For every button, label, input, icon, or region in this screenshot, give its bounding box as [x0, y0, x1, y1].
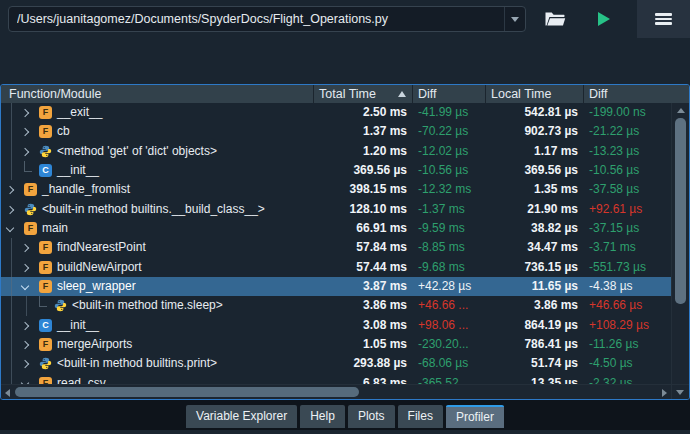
tree-guide-line	[26, 296, 27, 315]
tree-guide-line	[11, 354, 12, 373]
script-path-combobox[interactable]	[8, 6, 526, 32]
scroll-left-icon[interactable]	[5, 389, 10, 397]
chevron-right-icon[interactable]	[21, 341, 29, 349]
play-icon	[598, 12, 610, 26]
total-diff-cell: -70.22 µs	[413, 122, 486, 141]
horizontal-scrollbar[interactable]	[1, 385, 671, 400]
row-label: __exit__	[57, 103, 102, 122]
tab-plots[interactable]: Plots	[348, 405, 395, 428]
run-profiler-button[interactable]	[589, 4, 619, 34]
function-icon: F	[39, 261, 52, 274]
tree-row-__init__[interactable]: C__init__3.08 ms+98.06 ...864.19 µs+108.…	[1, 316, 671, 335]
tree-row-__init__[interactable]: C__init__369.56 µs-10.56 µs369.56 µs-10.…	[1, 161, 671, 180]
tree-row-cb[interactable]: Fcb1.37 ms-70.22 µs902.73 µs-21.22 µs	[1, 122, 671, 141]
total-time-cell: 57.44 ms	[314, 258, 413, 277]
scroll-right-icon[interactable]	[662, 389, 667, 397]
chevron-right-icon[interactable]	[6, 205, 14, 213]
function-icon: F	[39, 241, 52, 254]
scroll-down-icon[interactable]	[676, 390, 684, 395]
tree-row-builtinmethodtimesleep[interactable]: <built-in method time.sleep>3.86 ms+46.6…	[1, 296, 671, 315]
function-icon: F	[24, 183, 37, 196]
chevron-right-icon[interactable]	[21, 109, 29, 117]
local-diff-cell: +92.61 µs	[584, 200, 671, 219]
python-icon	[39, 145, 52, 158]
function-name-cell: F__exit__	[1, 103, 314, 122]
local-diff-cell: -2.32 µs	[584, 374, 671, 384]
tree-guide-line	[11, 296, 12, 315]
column-header-diff[interactable]: Diff	[413, 85, 486, 103]
tree-branch-connector	[39, 296, 47, 307]
chevron-right-icon[interactable]	[21, 264, 29, 272]
python-icon	[24, 203, 37, 216]
local-diff-cell: -199.00 ns	[584, 103, 671, 122]
total-time-cell: 2.50 ms	[314, 103, 413, 122]
column-header-diff[interactable]: Diff	[584, 85, 689, 103]
local-diff-cell: -3.71 ms	[584, 238, 671, 257]
tree-row-buildNewAirport[interactable]: FbuildNewAirport57.44 ms-9.68 ms736.15 µ…	[1, 258, 671, 277]
vertical-scrollbar-handle[interactable]	[675, 118, 686, 304]
function-icon: F	[39, 338, 52, 351]
column-header-function-module[interactable]: Function/Module	[1, 85, 314, 103]
total-time-cell: 57.84 ms	[314, 238, 413, 257]
open-file-button[interactable]	[540, 4, 570, 34]
local-time-cell: 542.81 µs	[486, 103, 584, 122]
total-time-cell: 3.86 ms	[314, 296, 413, 315]
tree-row-__exit__[interactable]: F__exit__2.50 ms-41.99 µs542.81 µs-199.0…	[1, 103, 671, 122]
total-diff-cell: -230.20...	[413, 335, 486, 354]
tab-files[interactable]: Files	[398, 405, 443, 428]
row-label: buildNewAirport	[57, 258, 142, 277]
local-diff-cell: +46.66 µs	[584, 296, 671, 315]
tree-row-main[interactable]: Fmain66.91 ms-9.59 ms38.82 µs-37.15 µs	[1, 219, 671, 238]
tree-row-read_csv[interactable]: Fread_csv6.83 ms-365.52...13.35 µs-2.32 …	[1, 374, 671, 384]
scroll-up-icon[interactable]	[677, 108, 685, 113]
script-path-input[interactable]	[9, 12, 504, 26]
function-name-cell: Fmain	[1, 219, 314, 238]
chevron-right-icon[interactable]	[21, 147, 29, 155]
function-name-cell: C__init__	[1, 316, 314, 335]
tree-row-builtinmethodbuiltinspri[interactable]: <built-in method builtins.print>293.88 µ…	[1, 354, 671, 373]
options-menu-button[interactable]	[649, 4, 679, 34]
total-time-cell: 3.08 ms	[314, 316, 413, 335]
chevron-down-icon[interactable]	[21, 282, 29, 290]
tree-row-builtinmethodbuiltins__b[interactable]: <built-in method builtins.__build_class_…	[1, 200, 671, 219]
chevron-down-icon[interactable]	[6, 224, 14, 232]
vertical-scrollbar[interactable]	[671, 103, 689, 384]
tree-branch-connector	[24, 161, 32, 172]
path-dropdown-button[interactable]	[504, 7, 525, 31]
local-time-cell: 369.56 µs	[486, 161, 584, 180]
total-diff-cell: -9.68 ms	[413, 258, 486, 277]
tab-profiler[interactable]: Profiler	[446, 405, 504, 428]
local-time-cell: 51.74 µs	[486, 354, 584, 373]
chevron-right-icon[interactable]	[21, 128, 29, 136]
chevron-right-icon[interactable]	[21, 322, 29, 330]
chevron-right-icon[interactable]	[21, 360, 29, 368]
tree-row-sleep_wrapper[interactable]: Fsleep_wrapper3.87 ms+42.28 µs11.65 µs-4…	[1, 277, 671, 296]
chevron-right-icon[interactable]	[6, 186, 14, 194]
function-icon: F	[39, 106, 52, 119]
local-time-cell: 1.35 ms	[486, 180, 584, 199]
function-name-cell: Fcb	[1, 122, 314, 141]
profiler-table-panel: Function/ModuleTotal TimeDiffLocal TimeD…	[0, 84, 690, 400]
chevron-right-icon[interactable]	[21, 244, 29, 252]
hamburger-menu-icon	[655, 11, 672, 27]
tab-variable-explorer[interactable]: Variable Explorer	[186, 405, 297, 428]
local-time-cell: 864.19 µs	[486, 316, 584, 335]
chevron-down-icon[interactable]	[21, 379, 29, 384]
tree-guide-line	[11, 277, 12, 296]
tab-help[interactable]: Help	[300, 405, 345, 428]
function-name-cell: <built-in method builtins.print>	[1, 354, 314, 373]
local-diff-cell: -37.58 µs	[584, 180, 671, 199]
tree-guide-line	[11, 258, 12, 277]
row-label: <built-in method builtins.print>	[57, 354, 217, 373]
local-time-cell: 13.35 µs	[486, 374, 584, 384]
python-icon	[39, 357, 52, 370]
total-time-cell: 1.20 ms	[314, 142, 413, 161]
tree-row-methodgetofdictobjects[interactable]: <method 'get' of 'dict' objects>1.20 ms-…	[1, 142, 671, 161]
tree-row-findNearestPoint[interactable]: FfindNearestPoint57.84 ms-8.85 ms34.47 m…	[1, 238, 671, 257]
column-header-local-time[interactable]: Local Time	[486, 85, 584, 103]
column-header-total-time[interactable]: Total Time	[314, 85, 413, 103]
tree-row-_handle_fromlist[interactable]: F_handle_fromlist398.15 ms-12.32 ms1.35 …	[1, 180, 671, 199]
tree-row-mergeAirports[interactable]: FmergeAirports1.05 ms-230.20...786.41 µs…	[1, 335, 671, 354]
horizontal-scrollbar-handle[interactable]	[15, 387, 359, 397]
local-time-cell: 1.17 ms	[486, 142, 584, 161]
